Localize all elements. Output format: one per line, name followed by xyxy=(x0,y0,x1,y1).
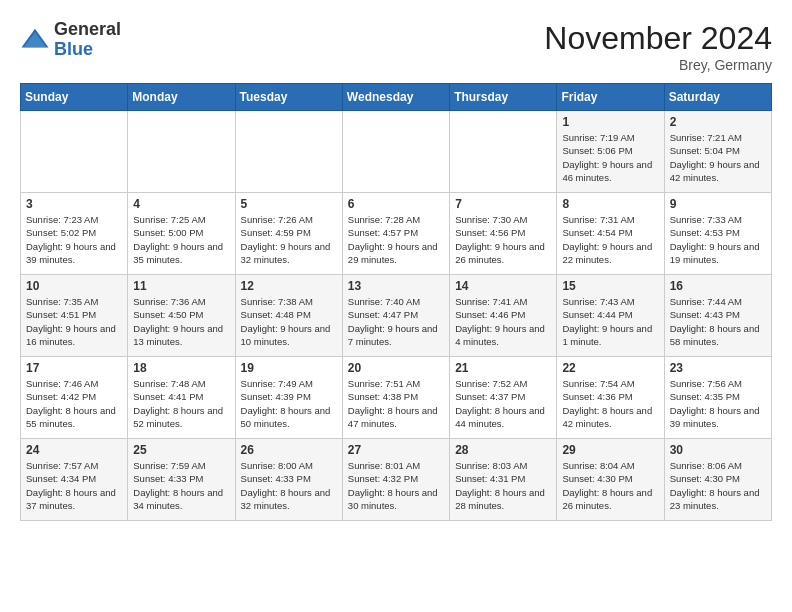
day-info: Sunrise: 7:40 AM Sunset: 4:47 PM Dayligh… xyxy=(348,295,444,348)
day-number: 14 xyxy=(455,279,551,293)
day-number: 17 xyxy=(26,361,122,375)
day-number: 1 xyxy=(562,115,658,129)
day-number: 25 xyxy=(133,443,229,457)
day-info: Sunrise: 7:23 AM Sunset: 5:02 PM Dayligh… xyxy=(26,213,122,266)
title-block: November 2024 Brey, Germany xyxy=(544,20,772,73)
day-info: Sunrise: 8:06 AM Sunset: 4:30 PM Dayligh… xyxy=(670,459,766,512)
logo-text: General Blue xyxy=(54,20,121,60)
day-number: 2 xyxy=(670,115,766,129)
day-number: 19 xyxy=(241,361,337,375)
day-info: Sunrise: 7:21 AM Sunset: 5:04 PM Dayligh… xyxy=(670,131,766,184)
day-info: Sunrise: 7:25 AM Sunset: 5:00 PM Dayligh… xyxy=(133,213,229,266)
day-cell: 19Sunrise: 7:49 AM Sunset: 4:39 PM Dayli… xyxy=(235,357,342,439)
day-number: 18 xyxy=(133,361,229,375)
day-number: 21 xyxy=(455,361,551,375)
week-row-5: 24Sunrise: 7:57 AM Sunset: 4:34 PM Dayli… xyxy=(21,439,772,521)
day-info: Sunrise: 7:30 AM Sunset: 4:56 PM Dayligh… xyxy=(455,213,551,266)
day-info: Sunrise: 7:43 AM Sunset: 4:44 PM Dayligh… xyxy=(562,295,658,348)
day-info: Sunrise: 8:03 AM Sunset: 4:31 PM Dayligh… xyxy=(455,459,551,512)
logo-icon xyxy=(20,25,50,55)
day-cell: 14Sunrise: 7:41 AM Sunset: 4:46 PM Dayli… xyxy=(450,275,557,357)
day-cell: 13Sunrise: 7:40 AM Sunset: 4:47 PM Dayli… xyxy=(342,275,449,357)
day-cell: 2Sunrise: 7:21 AM Sunset: 5:04 PM Daylig… xyxy=(664,111,771,193)
header-sunday: Sunday xyxy=(21,84,128,111)
day-info: Sunrise: 7:44 AM Sunset: 4:43 PM Dayligh… xyxy=(670,295,766,348)
day-number: 5 xyxy=(241,197,337,211)
logo-general: General xyxy=(54,20,121,40)
day-number: 28 xyxy=(455,443,551,457)
day-info: Sunrise: 7:19 AM Sunset: 5:06 PM Dayligh… xyxy=(562,131,658,184)
day-info: Sunrise: 7:48 AM Sunset: 4:41 PM Dayligh… xyxy=(133,377,229,430)
day-cell: 20Sunrise: 7:51 AM Sunset: 4:38 PM Dayli… xyxy=(342,357,449,439)
day-number: 13 xyxy=(348,279,444,293)
day-number: 16 xyxy=(670,279,766,293)
day-info: Sunrise: 7:46 AM Sunset: 4:42 PM Dayligh… xyxy=(26,377,122,430)
week-row-2: 3Sunrise: 7:23 AM Sunset: 5:02 PM Daylig… xyxy=(21,193,772,275)
week-row-1: 1Sunrise: 7:19 AM Sunset: 5:06 PM Daylig… xyxy=(21,111,772,193)
header-monday: Monday xyxy=(128,84,235,111)
day-cell: 23Sunrise: 7:56 AM Sunset: 4:35 PM Dayli… xyxy=(664,357,771,439)
day-cell: 24Sunrise: 7:57 AM Sunset: 4:34 PM Dayli… xyxy=(21,439,128,521)
page-header: General Blue November 2024 Brey, Germany xyxy=(20,20,772,73)
day-info: Sunrise: 8:00 AM Sunset: 4:33 PM Dayligh… xyxy=(241,459,337,512)
header-saturday: Saturday xyxy=(664,84,771,111)
day-cell: 26Sunrise: 8:00 AM Sunset: 4:33 PM Dayli… xyxy=(235,439,342,521)
day-number: 11 xyxy=(133,279,229,293)
day-info: Sunrise: 7:51 AM Sunset: 4:38 PM Dayligh… xyxy=(348,377,444,430)
header-friday: Friday xyxy=(557,84,664,111)
day-cell xyxy=(128,111,235,193)
day-number: 30 xyxy=(670,443,766,457)
day-number: 22 xyxy=(562,361,658,375)
day-info: Sunrise: 7:52 AM Sunset: 4:37 PM Dayligh… xyxy=(455,377,551,430)
logo: General Blue xyxy=(20,20,121,60)
day-info: Sunrise: 7:54 AM Sunset: 4:36 PM Dayligh… xyxy=(562,377,658,430)
day-info: Sunrise: 7:26 AM Sunset: 4:59 PM Dayligh… xyxy=(241,213,337,266)
day-cell: 10Sunrise: 7:35 AM Sunset: 4:51 PM Dayli… xyxy=(21,275,128,357)
month-title: November 2024 xyxy=(544,20,772,57)
day-cell: 22Sunrise: 7:54 AM Sunset: 4:36 PM Dayli… xyxy=(557,357,664,439)
day-number: 20 xyxy=(348,361,444,375)
day-cell xyxy=(235,111,342,193)
header-wednesday: Wednesday xyxy=(342,84,449,111)
day-number: 4 xyxy=(133,197,229,211)
day-cell: 17Sunrise: 7:46 AM Sunset: 4:42 PM Dayli… xyxy=(21,357,128,439)
week-row-3: 10Sunrise: 7:35 AM Sunset: 4:51 PM Dayli… xyxy=(21,275,772,357)
logo-blue: Blue xyxy=(54,40,121,60)
day-cell: 29Sunrise: 8:04 AM Sunset: 4:30 PM Dayli… xyxy=(557,439,664,521)
day-number: 3 xyxy=(26,197,122,211)
day-number: 26 xyxy=(241,443,337,457)
day-cell: 28Sunrise: 8:03 AM Sunset: 4:31 PM Dayli… xyxy=(450,439,557,521)
day-cell: 16Sunrise: 7:44 AM Sunset: 4:43 PM Dayli… xyxy=(664,275,771,357)
day-number: 15 xyxy=(562,279,658,293)
week-row-4: 17Sunrise: 7:46 AM Sunset: 4:42 PM Dayli… xyxy=(21,357,772,439)
day-cell: 7Sunrise: 7:30 AM Sunset: 4:56 PM Daylig… xyxy=(450,193,557,275)
day-cell xyxy=(450,111,557,193)
day-cell: 11Sunrise: 7:36 AM Sunset: 4:50 PM Dayli… xyxy=(128,275,235,357)
location: Brey, Germany xyxy=(544,57,772,73)
day-info: Sunrise: 7:33 AM Sunset: 4:53 PM Dayligh… xyxy=(670,213,766,266)
day-cell: 21Sunrise: 7:52 AM Sunset: 4:37 PM Dayli… xyxy=(450,357,557,439)
header-thursday: Thursday xyxy=(450,84,557,111)
calendar-table: SundayMondayTuesdayWednesdayThursdayFrid… xyxy=(20,83,772,521)
calendar-header-row: SundayMondayTuesdayWednesdayThursdayFrid… xyxy=(21,84,772,111)
day-cell: 12Sunrise: 7:38 AM Sunset: 4:48 PM Dayli… xyxy=(235,275,342,357)
day-number: 10 xyxy=(26,279,122,293)
day-number: 23 xyxy=(670,361,766,375)
day-number: 7 xyxy=(455,197,551,211)
day-cell: 8Sunrise: 7:31 AM Sunset: 4:54 PM Daylig… xyxy=(557,193,664,275)
day-number: 29 xyxy=(562,443,658,457)
day-info: Sunrise: 7:59 AM Sunset: 4:33 PM Dayligh… xyxy=(133,459,229,512)
day-info: Sunrise: 7:56 AM Sunset: 4:35 PM Dayligh… xyxy=(670,377,766,430)
day-cell: 1Sunrise: 7:19 AM Sunset: 5:06 PM Daylig… xyxy=(557,111,664,193)
day-cell: 15Sunrise: 7:43 AM Sunset: 4:44 PM Dayli… xyxy=(557,275,664,357)
day-number: 27 xyxy=(348,443,444,457)
day-info: Sunrise: 8:01 AM Sunset: 4:32 PM Dayligh… xyxy=(348,459,444,512)
day-info: Sunrise: 7:38 AM Sunset: 4:48 PM Dayligh… xyxy=(241,295,337,348)
day-info: Sunrise: 7:36 AM Sunset: 4:50 PM Dayligh… xyxy=(133,295,229,348)
day-info: Sunrise: 7:28 AM Sunset: 4:57 PM Dayligh… xyxy=(348,213,444,266)
day-number: 12 xyxy=(241,279,337,293)
day-number: 24 xyxy=(26,443,122,457)
day-cell xyxy=(21,111,128,193)
day-cell: 9Sunrise: 7:33 AM Sunset: 4:53 PM Daylig… xyxy=(664,193,771,275)
day-cell: 3Sunrise: 7:23 AM Sunset: 5:02 PM Daylig… xyxy=(21,193,128,275)
